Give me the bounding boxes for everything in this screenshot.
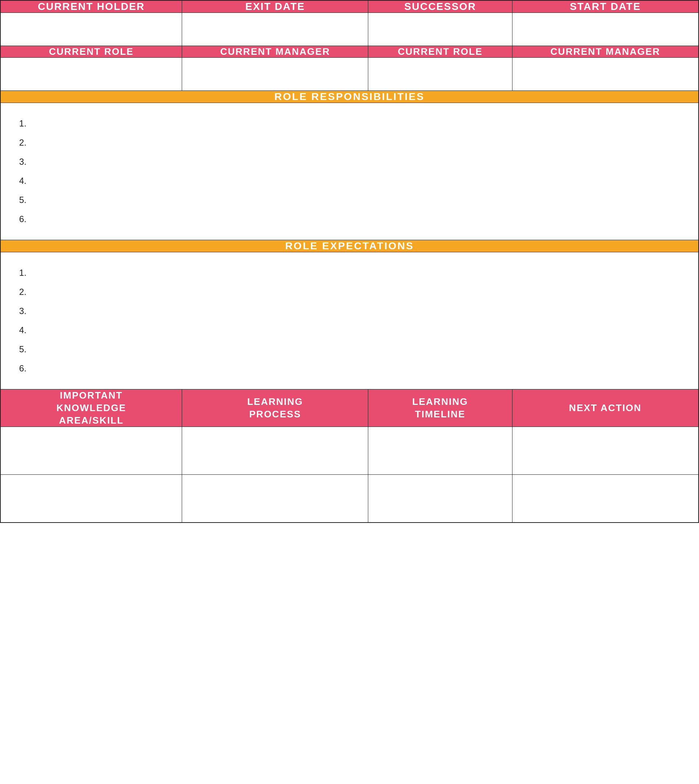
current-manager-cell-2[interactable] xyxy=(512,58,699,91)
next-action-cell-2[interactable] xyxy=(512,475,699,523)
current-holder-header: CURRENT HOLDER xyxy=(0,0,182,13)
knowledge-area-cell-1[interactable] xyxy=(0,427,182,475)
responsibility-item-4[interactable]: 4. xyxy=(19,171,680,190)
learning-timeline-cell-2[interactable] xyxy=(368,475,512,523)
knowledge-area-cell-2[interactable] xyxy=(0,475,182,523)
current-role-header-2: CURRENT ROLE xyxy=(368,46,512,58)
current-holder-cell[interactable] xyxy=(0,13,182,46)
expectation-item-5[interactable]: 5. xyxy=(19,340,680,359)
exit-date-cell[interactable] xyxy=(182,13,368,46)
knowledge-area-header: IMPORTANT KNOWLEDGE AREA/SKILL xyxy=(0,389,182,427)
role-responsibilities-section: 1. 2. 3. 4. 5. 6. xyxy=(0,103,699,240)
role-responsibilities-header: ROLE RESPONSIBILITIES xyxy=(0,91,699,103)
expectation-item-1[interactable]: 1. xyxy=(19,263,680,283)
next-action-cell-1[interactable] xyxy=(512,427,699,475)
expectation-item-4[interactable]: 4. xyxy=(19,321,680,340)
exit-date-header: EXIT DATE xyxy=(182,0,368,13)
responsibility-item-5[interactable]: 5. xyxy=(19,190,680,210)
start-date-header: START DATE xyxy=(512,0,699,13)
expectation-item-2[interactable]: 2. xyxy=(19,283,680,301)
successor-cell[interactable] xyxy=(368,13,512,46)
current-role-cell-2[interactable] xyxy=(368,58,512,91)
current-role-cell-1[interactable] xyxy=(0,58,182,91)
responsibility-item-2[interactable]: 2. xyxy=(19,133,680,152)
current-manager-header-1: CURRENT MANAGER xyxy=(182,46,368,58)
expectations-list: 1. 2. 3. 4. 5. 6. xyxy=(19,263,680,378)
current-role-header-1: CURRENT ROLE xyxy=(0,46,182,58)
expectation-item-6[interactable]: 6. xyxy=(19,359,680,378)
role-expectations-header: ROLE EXPECTATIONS xyxy=(0,240,699,252)
succession-planning-table: CURRENT HOLDER EXIT DATE SUCCESSOR START… xyxy=(0,0,699,523)
next-action-header: NEXT ACTION xyxy=(512,389,699,427)
current-manager-cell-1[interactable] xyxy=(182,58,368,91)
learning-timeline-cell-1[interactable] xyxy=(368,427,512,475)
responsibility-item-3[interactable]: 3. xyxy=(19,152,680,171)
responsibility-item-6[interactable]: 6. xyxy=(19,210,680,229)
learning-timeline-header: LEARNING TIMELINE xyxy=(368,389,512,427)
learning-process-cell-1[interactable] xyxy=(182,427,368,475)
responsibility-item-1[interactable]: 1. xyxy=(19,114,680,133)
successor-header: SUCCESSOR xyxy=(368,0,512,13)
expectation-item-3[interactable]: 3. xyxy=(19,301,680,321)
learning-process-header: LEARNING PROCESS xyxy=(182,389,368,427)
current-manager-header-2: CURRENT MANAGER xyxy=(512,46,699,58)
role-expectations-section: 1. 2. 3. 4. 5. 6. xyxy=(0,252,699,389)
learning-process-cell-2[interactable] xyxy=(182,475,368,523)
responsibilities-list: 1. 2. 3. 4. 5. 6. xyxy=(19,114,680,229)
start-date-cell[interactable] xyxy=(512,13,699,46)
